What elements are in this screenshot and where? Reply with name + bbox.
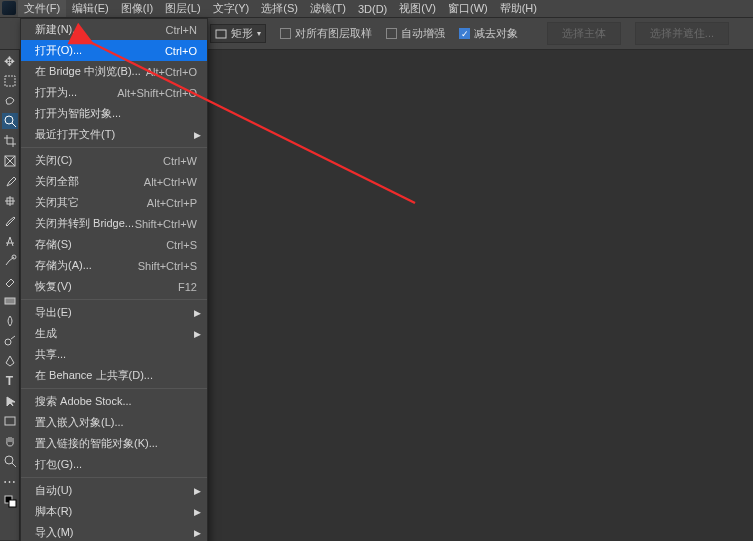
tool-marquee[interactable] bbox=[2, 73, 18, 89]
tool-quick-select[interactable] bbox=[2, 113, 18, 129]
rectangle-icon bbox=[215, 29, 227, 39]
menu-item[interactable]: 关闭(C)Ctrl+W bbox=[21, 150, 207, 171]
menu-view[interactable]: 视图(V) bbox=[393, 0, 442, 17]
tool-pen[interactable] bbox=[2, 353, 18, 369]
checkbox-box-icon bbox=[280, 28, 291, 39]
tool-path-select[interactable] bbox=[2, 393, 18, 409]
tool-hand[interactable] bbox=[2, 433, 18, 449]
menu-item[interactable]: 关闭其它Alt+Ctrl+P bbox=[21, 192, 207, 213]
menu-item-label: 关闭并转到 Bridge... bbox=[35, 216, 134, 231]
tool-type[interactable]: T bbox=[2, 373, 18, 389]
menu-item-shortcut: Alt+Ctrl+P bbox=[147, 197, 197, 209]
menu-item[interactable]: 生成▶ bbox=[21, 323, 207, 344]
menu-item[interactable]: 打开为...Alt+Shift+Ctrl+O bbox=[21, 82, 207, 103]
select-and-mask-button: 选择并遮住... bbox=[635, 22, 729, 45]
menu-item[interactable]: 自动(U)▶ bbox=[21, 480, 207, 501]
menu-item-shortcut: Ctrl+W bbox=[163, 155, 197, 167]
menu-item[interactable]: 打包(G)... bbox=[21, 454, 207, 475]
chevron-down-icon: ▾ bbox=[257, 29, 261, 38]
menu-item-label: 在 Behance 上共享(D)... bbox=[35, 368, 153, 383]
tool-healing[interactable] bbox=[2, 193, 18, 209]
tool-crop[interactable] bbox=[2, 133, 18, 149]
menu-window[interactable]: 窗口(W) bbox=[442, 0, 494, 17]
menu-item-shortcut: Shift+Ctrl+S bbox=[138, 260, 197, 272]
tool-history-brush[interactable] bbox=[2, 253, 18, 269]
menu-3d[interactable]: 3D(D) bbox=[352, 0, 393, 17]
checkbox-label: 对所有图层取样 bbox=[295, 26, 372, 41]
menu-item-label: 打开为... bbox=[35, 85, 77, 100]
menu-item[interactable]: 置入嵌入对象(L)... bbox=[21, 412, 207, 433]
checkbox-subtract[interactable]: ✓ 减去对象 bbox=[459, 26, 518, 41]
menu-item-shortcut: Shift+Ctrl+W bbox=[135, 218, 197, 230]
menu-item[interactable]: 在 Bridge 中浏览(B)...Alt+Ctrl+O bbox=[21, 61, 207, 82]
tool-panel: ✥ T ⋯ bbox=[0, 50, 20, 540]
tool-lasso[interactable] bbox=[2, 93, 18, 109]
menu-item-label: 置入链接的智能对象(K)... bbox=[35, 436, 158, 451]
tool-clone[interactable] bbox=[2, 233, 18, 249]
menu-item[interactable]: 关闭并转到 Bridge...Shift+Ctrl+W bbox=[21, 213, 207, 234]
menu-item-label: 共享... bbox=[35, 347, 66, 362]
menu-separator bbox=[21, 388, 207, 389]
menu-item[interactable]: 最近打开文件(T)▶ bbox=[21, 124, 207, 145]
menu-item-label: 生成 bbox=[35, 326, 57, 341]
menu-item[interactable]: 存储为(A)...Shift+Ctrl+S bbox=[21, 255, 207, 276]
menu-item[interactable]: 脚本(R)▶ bbox=[21, 501, 207, 522]
menu-item-label: 新建(N)... bbox=[35, 22, 81, 37]
menu-select[interactable]: 选择(S) bbox=[255, 0, 304, 17]
checkbox-all-layers[interactable]: 对所有图层取样 bbox=[280, 26, 372, 41]
menu-item[interactable]: 导出(E)▶ bbox=[21, 302, 207, 323]
submenu-arrow-icon: ▶ bbox=[194, 486, 201, 496]
menu-item-shortcut: Alt+Ctrl+W bbox=[144, 176, 197, 188]
menu-item-label: 导入(M) bbox=[35, 525, 74, 540]
checkbox-box-icon bbox=[386, 28, 397, 39]
menu-edit[interactable]: 编辑(E) bbox=[66, 0, 115, 17]
tool-swatches[interactable] bbox=[2, 493, 18, 509]
menu-type[interactable]: 文字(Y) bbox=[207, 0, 256, 17]
tool-rectangle[interactable] bbox=[2, 413, 18, 429]
svg-rect-8 bbox=[5, 417, 15, 425]
menu-separator bbox=[21, 299, 207, 300]
menu-item[interactable]: 共享... bbox=[21, 344, 207, 365]
app-icon bbox=[2, 1, 16, 15]
tool-frame[interactable] bbox=[2, 153, 18, 169]
menu-item[interactable]: 关闭全部Alt+Ctrl+W bbox=[21, 171, 207, 192]
menu-item[interactable]: 搜索 Adobe Stock... bbox=[21, 391, 207, 412]
tool-dodge[interactable] bbox=[2, 333, 18, 349]
menu-item-shortcut: Alt+Shift+Ctrl+O bbox=[117, 87, 197, 99]
menu-item[interactable]: 新建(N)...Ctrl+N bbox=[21, 19, 207, 40]
menu-item[interactable]: 置入链接的智能对象(K)... bbox=[21, 433, 207, 454]
menu-layer[interactable]: 图层(L) bbox=[159, 0, 206, 17]
menu-item[interactable]: 打开(O)...Ctrl+O bbox=[21, 40, 207, 61]
menu-item-label: 最近打开文件(T) bbox=[35, 127, 115, 142]
checkbox-auto-enhance[interactable]: 自动增强 bbox=[386, 26, 445, 41]
tool-move[interactable]: ✥ bbox=[2, 53, 18, 69]
menu-item[interactable]: 导入(M)▶ bbox=[21, 522, 207, 541]
tool-eraser[interactable] bbox=[2, 273, 18, 289]
tool-gradient[interactable] bbox=[2, 293, 18, 309]
menu-file[interactable]: 文件(F) bbox=[18, 0, 66, 17]
tool-eyedropper[interactable] bbox=[2, 173, 18, 189]
menu-image[interactable]: 图像(I) bbox=[115, 0, 159, 17]
menu-item[interactable]: 存储(S)Ctrl+S bbox=[21, 234, 207, 255]
menu-separator bbox=[21, 147, 207, 148]
menu-item-shortcut: Alt+Ctrl+O bbox=[146, 66, 197, 78]
shape-label: 矩形 bbox=[231, 26, 253, 41]
tool-more[interactable]: ⋯ bbox=[2, 473, 18, 489]
menu-item-shortcut: F12 bbox=[178, 281, 197, 293]
shape-select[interactable]: 矩形 ▾ bbox=[210, 24, 266, 43]
menu-item-label: 自动(U) bbox=[35, 483, 72, 498]
menu-item-label: 恢复(V) bbox=[35, 279, 72, 294]
menu-help[interactable]: 帮助(H) bbox=[494, 0, 543, 17]
menu-filter[interactable]: 滤镜(T) bbox=[304, 0, 352, 17]
tool-zoom[interactable] bbox=[2, 453, 18, 469]
menu-item[interactable]: 恢复(V)F12 bbox=[21, 276, 207, 297]
tool-brush[interactable] bbox=[2, 213, 18, 229]
submenu-arrow-icon: ▶ bbox=[194, 329, 201, 339]
menu-item-shortcut: Ctrl+N bbox=[166, 24, 197, 36]
svg-rect-11 bbox=[9, 500, 16, 507]
menu-item[interactable]: 打开为智能对象... bbox=[21, 103, 207, 124]
menu-item[interactable]: 在 Behance 上共享(D)... bbox=[21, 365, 207, 386]
tool-blur[interactable] bbox=[2, 313, 18, 329]
checkbox-label: 减去对象 bbox=[474, 26, 518, 41]
svg-point-7 bbox=[5, 339, 11, 345]
